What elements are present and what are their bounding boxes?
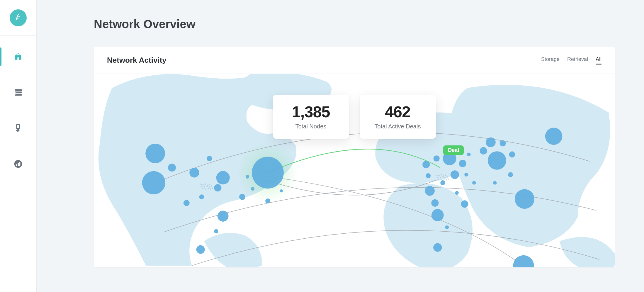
node-bubble[interactable]: [513, 255, 534, 267]
svg-point-37: [444, 179, 445, 180]
svg-rect-8: [18, 163, 19, 166]
node-bubble[interactable]: [434, 155, 440, 162]
chart-icon: [13, 159, 23, 169]
filecoin-icon: [14, 13, 23, 22]
svg-point-5: [16, 94, 16, 95]
svg-point-23: [210, 189, 211, 190]
sidebar: [0, 0, 37, 292]
brand-logo[interactable]: [10, 9, 27, 26]
download-icon: [13, 123, 23, 133]
node-bubble[interactable]: [508, 172, 513, 177]
node-bubble[interactable]: [142, 171, 165, 194]
svg-point-35: [438, 179, 439, 180]
svg-point-19: [211, 186, 212, 187]
node-bubble[interactable]: [280, 189, 283, 192]
node-bubble[interactable]: [218, 210, 229, 222]
node-bubble[interactable]: [499, 140, 506, 146]
node-bubble[interactable]: [199, 194, 204, 199]
tab-all[interactable]: All: [596, 56, 601, 64]
svg-point-16: [204, 186, 205, 188]
svg-point-26: [439, 175, 440, 176]
page-title: Network Overview: [94, 18, 615, 31]
svg-point-33: [444, 177, 446, 178]
node-bubble[interactable]: [252, 157, 284, 189]
app-root: Network Overview Network Activity Storag…: [0, 0, 644, 292]
node-bubble[interactable]: [214, 229, 218, 234]
node-bubble[interactable]: [545, 128, 563, 145]
tab-retrieval[interactable]: Retrieval: [567, 56, 588, 64]
svg-point-18: [209, 186, 210, 188]
node-bubble[interactable]: [216, 171, 230, 184]
svg-point-25: [436, 175, 438, 176]
active-deals-value: 462: [374, 103, 421, 121]
svg-point-27: [441, 174, 442, 175]
svg-point-20: [202, 188, 203, 189]
node-bubble[interactable]: [493, 181, 497, 185]
node-bubble[interactable]: [196, 245, 205, 254]
activity-tabs: Storage Retrieval All: [541, 56, 601, 64]
node-bubble[interactable]: [464, 173, 468, 177]
deal-badge: Deal: [443, 145, 464, 155]
node-bubble[interactable]: [515, 189, 534, 209]
svg-point-39: [448, 179, 449, 180]
nav-item-home[interactable]: [0, 47, 36, 66]
card-title: Network Activity: [107, 56, 166, 65]
nav-item-stats[interactable]: [0, 155, 36, 173]
node-bubble[interactable]: [480, 147, 487, 155]
svg-point-14: [209, 184, 210, 185]
svg-point-31: [440, 177, 441, 178]
node-bubble[interactable]: [433, 243, 442, 252]
svg-point-38: [446, 179, 447, 181]
node-bubble[interactable]: [183, 200, 190, 206]
total-nodes-value: 1,385: [288, 103, 334, 121]
active-deals-label: Total Active Deals: [374, 123, 421, 130]
svg-rect-7: [16, 164, 17, 166]
svg-point-22: [208, 188, 209, 189]
storage-icon: [13, 88, 23, 97]
nav-item-storage[interactable]: [0, 83, 36, 101]
node-bubble[interactable]: [168, 164, 176, 172]
tab-storage[interactable]: Storage: [541, 56, 560, 64]
node-bubble[interactable]: [486, 137, 495, 147]
node-bubble[interactable]: [461, 200, 468, 208]
svg-rect-9: [19, 162, 20, 166]
node-bubble[interactable]: [431, 199, 439, 207]
home-icon: [13, 52, 23, 61]
node-bubble[interactable]: [459, 160, 466, 167]
node-bubble[interactable]: [467, 153, 471, 157]
svg-point-34: [447, 176, 448, 177]
node-bubble[interactable]: [455, 191, 459, 195]
stat-card-nodes: 1,385 Total Nodes: [273, 95, 349, 139]
node-bubble[interactable]: [422, 161, 430, 168]
total-nodes-label: Total Nodes: [288, 123, 334, 130]
nav-item-retrieve[interactable]: [0, 119, 36, 137]
node-bubble[interactable]: [472, 181, 476, 185]
node-bubble[interactable]: [440, 180, 445, 185]
node-bubble[interactable]: [426, 173, 431, 178]
node-bubble[interactable]: [145, 144, 165, 163]
node-bubble[interactable]: [239, 194, 245, 200]
node-bubble[interactable]: [425, 186, 434, 196]
node-bubble[interactable]: [488, 151, 506, 170]
node-bubble[interactable]: [445, 225, 449, 229]
svg-point-32: [442, 176, 444, 177]
svg-point-24: [212, 188, 213, 189]
logo-wrap: [0, 0, 36, 36]
stat-card-deals: 462 Total Active Deals: [360, 95, 436, 139]
card-header: Network Activity Storage Retrieval All: [94, 47, 615, 74]
svg-point-4: [16, 92, 16, 93]
map-area[interactable]: 1,385 Total Nodes 462 Total Active Deals…: [94, 74, 615, 267]
node-bubble[interactable]: [189, 168, 199, 177]
svg-point-29: [445, 175, 446, 176]
svg-point-12: [205, 184, 206, 185]
svg-point-10: [200, 184, 202, 185]
main-content: Network Overview Network Activity Storag…: [37, 0, 644, 292]
node-bubble[interactable]: [509, 151, 515, 157]
node-bubble[interactable]: [431, 209, 444, 221]
node-bubble[interactable]: [265, 198, 270, 203]
network-activity-card: Network Activity Storage Retrieval All: [94, 47, 615, 267]
node-bubble[interactable]: [451, 170, 459, 179]
svg-point-15: [201, 186, 203, 187]
node-bubble[interactable]: [214, 184, 221, 191]
node-bubble[interactable]: [207, 156, 212, 161]
